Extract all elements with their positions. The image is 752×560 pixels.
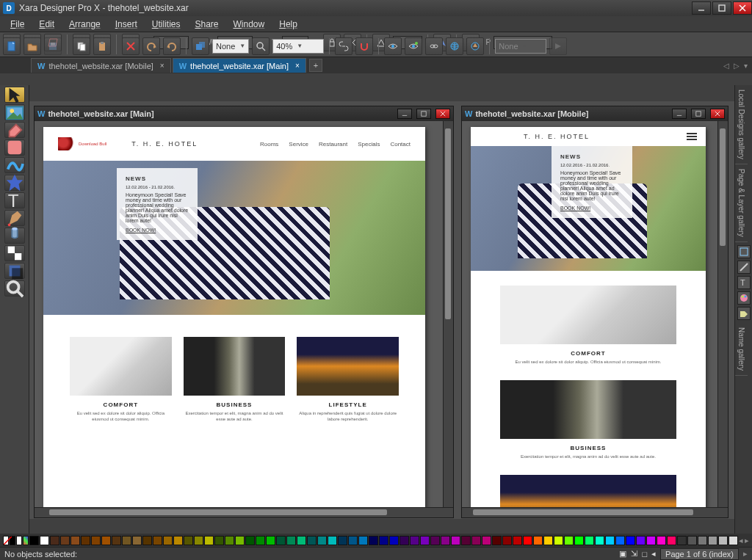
color-swatch[interactable] (379, 536, 388, 545)
no-color-swatch[interactable] (3, 536, 9, 545)
color-swatch[interactable] (122, 536, 131, 545)
new-icon[interactable] (3, 37, 21, 55)
color-swatch[interactable] (687, 536, 697, 545)
menu-window[interactable]: Window (228, 18, 271, 31)
color-swatch[interactable] (698, 536, 707, 545)
gallery-tab-local[interactable]: Local Designs gallery (735, 85, 748, 164)
color-swatch[interactable] (60, 536, 70, 545)
color-swatch[interactable] (358, 536, 368, 545)
docwin-close-button[interactable] (710, 109, 725, 119)
gallery-frame-icon[interactable] (737, 245, 751, 258)
color-swatch[interactable] (564, 536, 574, 545)
selector-tool[interactable] (4, 87, 25, 103)
color-swatch[interactable] (441, 536, 450, 545)
page-prev-icon[interactable]: ◂ (651, 549, 656, 559)
color-swatch[interactable] (585, 536, 594, 545)
publish-icon[interactable] (466, 37, 484, 55)
menu-insert[interactable]: Insert (109, 18, 143, 31)
color-swatch[interactable] (615, 536, 625, 545)
color-swatch[interactable] (492, 536, 502, 545)
color-swatch[interactable] (70, 536, 80, 545)
color-swatch[interactable] (513, 536, 522, 545)
zoom-tool[interactable] (4, 280, 25, 297)
transparency-tool[interactable] (4, 245, 25, 261)
menu-edit[interactable]: Edit (33, 18, 60, 31)
color-swatch[interactable] (595, 536, 604, 545)
color-swatch[interactable] (204, 536, 214, 545)
color-swatch[interactable] (574, 536, 584, 545)
color-swatch[interactable] (235, 536, 245, 545)
color-swatch[interactable] (40, 536, 49, 545)
tabnav-prev-icon[interactable]: ◁ (723, 62, 729, 70)
color-swatch[interactable] (502, 536, 512, 545)
docwin-maximize-button[interactable] (691, 109, 706, 119)
zoom-tool-icon[interactable] (252, 37, 270, 55)
gallery-name-icon[interactable] (737, 307, 751, 320)
color-swatch[interactable] (410, 536, 419, 545)
color-swatch[interactable] (708, 536, 717, 545)
tab-close-icon[interactable]: × (160, 62, 164, 70)
window-minimize-button[interactable] (692, 1, 711, 15)
snap-icon[interactable] (355, 37, 373, 55)
quickshape-tool[interactable] (4, 175, 25, 191)
color-swatch[interactable] (461, 536, 471, 545)
shape-tool[interactable] (4, 139, 25, 156)
color-swatch[interactable] (276, 536, 286, 545)
color-swatch[interactable] (389, 536, 399, 545)
snap-indicator2-icon[interactable]: □ (642, 550, 647, 559)
link-icon[interactable] (335, 37, 352, 55)
color-swatch[interactable] (184, 536, 193, 545)
color-swatch[interactable] (338, 536, 347, 545)
menu-help[interactable]: Help (273, 18, 303, 31)
photo-tool[interactable] (4, 104, 25, 120)
tabnav-menu-icon[interactable]: ▾ (744, 62, 748, 70)
new-tab-button[interactable]: + (309, 59, 322, 72)
live-drag-icon[interactable]: ▣ (619, 549, 626, 559)
color-swatch[interactable] (132, 536, 142, 545)
line-width-combo[interactable]: None▼ (212, 39, 249, 54)
docwin-minimize-button[interactable] (672, 109, 687, 119)
color-swatch[interactable] (214, 536, 224, 545)
color-swatch[interactable] (533, 536, 543, 545)
current-line-swatch[interactable] (16, 536, 22, 545)
color-swatch[interactable] (153, 536, 162, 545)
link-preview-icon[interactable] (425, 37, 443, 55)
copy-icon[interactable] (73, 37, 90, 55)
color-swatch[interactable] (728, 536, 738, 545)
color-swatch[interactable] (451, 536, 460, 545)
color-swatch[interactable] (173, 536, 183, 545)
docwin-minimize-button[interactable] (397, 109, 412, 119)
tab-main[interactable]: Wthehotel_website.xar [Main]× (173, 58, 306, 73)
gallery-line-icon[interactable] (737, 261, 751, 274)
menu-utilities[interactable]: Utilities (146, 18, 187, 31)
zoom-combo[interactable]: 40%▼ (272, 39, 324, 54)
redo-icon[interactable] (163, 37, 181, 55)
color-swatch[interactable] (369, 536, 378, 545)
color-swatch[interactable] (163, 536, 173, 545)
color-swatch[interactable] (543, 536, 553, 545)
hscrollbar[interactable] (35, 507, 453, 517)
save-icon[interactable] (44, 37, 62, 55)
color-swatch[interactable] (307, 536, 317, 545)
paste-icon[interactable] (93, 37, 111, 55)
color-swatch[interactable] (554, 536, 563, 545)
gallery-tab-page-layer[interactable]: Page & Layer gallery (735, 164, 748, 242)
color-swatch[interactable] (245, 536, 255, 545)
color-swatch[interactable] (29, 536, 39, 545)
color-swatch[interactable] (266, 536, 275, 545)
text-tool[interactable]: T (4, 192, 25, 208)
hscrollbar[interactable] (462, 507, 728, 517)
web-preview-icon[interactable] (446, 37, 463, 55)
color-swatch[interactable] (50, 536, 59, 545)
menu-file[interactable]: File (4, 18, 30, 31)
color-swatch[interactable] (626, 536, 635, 545)
palette-scroll-left[interactable]: ◂ (739, 536, 743, 545)
edit-color-icon[interactable] (23, 536, 29, 545)
window-close-button[interactable] (733, 1, 752, 15)
color-swatch[interactable] (718, 536, 728, 545)
color-swatch[interactable] (646, 536, 656, 545)
color-swatch[interactable] (112, 536, 121, 545)
tabnav-next-icon[interactable]: ▷ (734, 62, 740, 70)
color-swatch[interactable] (317, 536, 327, 545)
tab-mobile[interactable]: Wthehotel_website.xar [Mobile]× (31, 58, 171, 73)
